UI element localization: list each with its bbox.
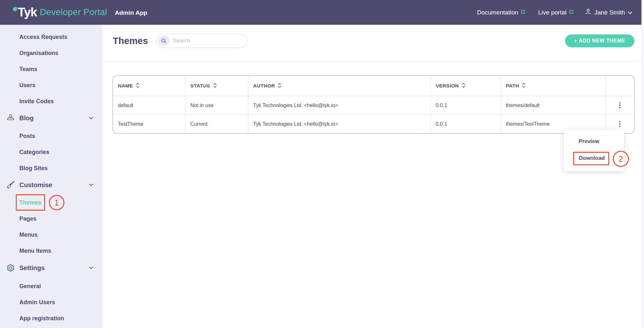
sidebar-section-customise-label: Customise: [19, 181, 52, 189]
sort-icon[interactable]: [136, 83, 139, 89]
add-new-theme-button[interactable]: + ADD NEW THEME: [565, 34, 634, 47]
sort-icon[interactable]: [522, 83, 526, 89]
gear-icon: [6, 263, 15, 273]
cell-version: 0.0.1: [431, 115, 501, 133]
sort-icon[interactable]: [213, 83, 217, 89]
column-header-version[interactable]: VERSION: [431, 76, 501, 96]
app-window: Tyk Developer Portal Admin App Documenta…: [0, 0, 644, 328]
page-toolbar: Themes + ADD NEW THEME: [102, 25, 641, 57]
external-link-icon: [520, 9, 526, 16]
sidebar-item-menu-items[interactable]: Menu Items: [0, 243, 102, 259]
page-title: Themes: [113, 36, 148, 46]
product-name: Developer Portal: [40, 7, 107, 17]
cell-name: default: [113, 96, 185, 114]
context-menu-item-download[interactable]: Download: [564, 150, 624, 167]
sidebar-item-invite-codes[interactable]: Invite Codes: [0, 93, 102, 109]
chevron-down-icon: [628, 9, 632, 16]
search-input[interactable]: [173, 38, 237, 44]
external-link-icon: [569, 9, 574, 16]
sort-icon[interactable]: [462, 83, 465, 89]
column-header-author[interactable]: AUTHOR: [248, 76, 431, 96]
main-content: Themes + ADD NEW THEME NAME: [102, 25, 641, 328]
paintbrush-icon: [6, 180, 15, 190]
sidebar: Access Requests Organisations Teams User…: [0, 25, 102, 328]
sidebar-item-posts[interactable]: Posts: [0, 128, 102, 144]
scrollbar[interactable]: [641, 0, 644, 328]
tyk-leaf-icon: [13, 7, 17, 11]
table-row: TestTheme Current Tyk Technologies Ltd. …: [113, 114, 634, 133]
toolbar-divider: [102, 61, 641, 61]
sidebar-item-app-registration[interactable]: App registration: [0, 310, 102, 326]
sidebar-item-access-requests[interactable]: Access Requests: [0, 29, 102, 45]
sidebar-item-admin-users[interactable]: Admin Users: [0, 294, 102, 310]
sort-icon[interactable]: [278, 83, 281, 89]
column-header-actions: [606, 76, 634, 96]
sidebar-item-themes[interactable]: Themes: [0, 195, 102, 211]
sidebar-section-blog-label: Blog: [19, 114, 33, 122]
sidebar-item-teams[interactable]: Teams: [0, 61, 102, 77]
chevron-down-icon: [89, 267, 93, 269]
sidebar-item-categories[interactable]: Categories: [0, 144, 102, 160]
search-box: [156, 34, 247, 48]
top-header: Tyk Developer Portal Admin App Documenta…: [0, 0, 644, 25]
cell-actions: [606, 96, 634, 114]
tyk-logo: Tyk: [18, 5, 37, 19]
brand: Tyk Developer Portal Admin App: [13, 5, 147, 19]
user-name: Jane Smith: [594, 9, 625, 16]
row-context-menu: Preview Download: [564, 130, 624, 171]
sidebar-item-users[interactable]: Users: [0, 77, 102, 93]
sidebar-section-customise[interactable]: Customise: [0, 177, 102, 193]
sidebar-section-blog[interactable]: Blog: [0, 110, 102, 126]
live-portal-link-label: Live portal: [538, 9, 566, 16]
cell-version: 0.0.1: [431, 96, 501, 114]
app-name: Admin App: [115, 9, 147, 16]
cell-author: Tyk Technologies Ltd. <hello@tyk.io>: [248, 96, 431, 114]
sidebar-item-blog-sites[interactable]: Blog Sites: [0, 160, 102, 176]
chevron-down-icon: [89, 117, 93, 120]
chevron-down-icon: [89, 184, 93, 187]
table-row: default Not in use Tyk Technologies Ltd.…: [113, 96, 634, 114]
sidebar-item-menus[interactable]: Menus: [0, 227, 102, 243]
header-nav: Documentation Live portal: [477, 8, 632, 17]
sidebar-section-settings[interactable]: Settings: [0, 260, 102, 276]
blogger-icon: [6, 113, 15, 123]
kebab-menu-icon[interactable]: [617, 100, 623, 111]
context-menu-item-preview[interactable]: Preview: [564, 133, 624, 150]
search-icon: [158, 35, 169, 46]
kebab-menu-icon[interactable]: [617, 118, 623, 130]
sidebar-item-general[interactable]: General: [0, 278, 102, 294]
documentation-link[interactable]: Documentation: [477, 9, 526, 16]
themes-table: NAME STATUS AUTHOR: [112, 75, 635, 134]
cell-path: themes/default: [501, 96, 606, 114]
documentation-link-label: Documentation: [477, 9, 518, 16]
cell-name: TestTheme: [113, 115, 185, 133]
person-icon: [584, 8, 592, 17]
cell-status: Current: [185, 115, 248, 133]
sidebar-section-settings-label: Settings: [19, 264, 45, 272]
user-menu[interactable]: Jane Smith: [584, 8, 632, 17]
column-header-name[interactable]: NAME: [113, 76, 185, 96]
column-header-status[interactable]: STATUS: [185, 76, 248, 96]
column-header-path[interactable]: PATH: [501, 76, 606, 96]
cell-author: Tyk Technologies Ltd. <hello@tyk.io>: [248, 115, 431, 133]
table-header-row: NAME STATUS AUTHOR: [113, 76, 634, 96]
live-portal-link[interactable]: Live portal: [538, 9, 574, 16]
sidebar-item-organisations[interactable]: Organisations: [0, 45, 102, 61]
cell-status: Not in use: [185, 96, 248, 114]
sidebar-item-pages[interactable]: Pages: [0, 211, 102, 227]
